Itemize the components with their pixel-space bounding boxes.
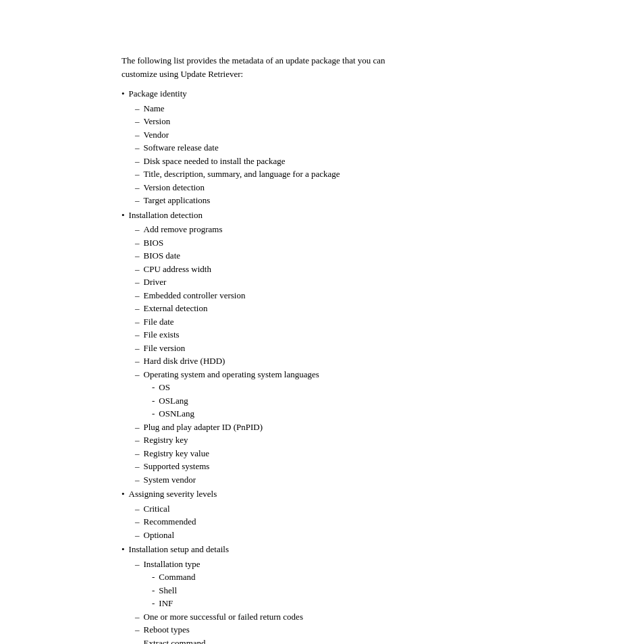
sub-row-2-0: –Critical — [135, 502, 522, 516]
dash-symbol-1-7: – — [135, 315, 140, 329]
dash-symbol-0-4: – — [135, 155, 140, 168]
sub-row-1-4: –Driver — [135, 275, 522, 289]
child-text-3-0-0: Command — [159, 570, 195, 584]
sub-row-1-0: –Add remove programs — [135, 223, 522, 236]
sub-row-0-3: –Software release date — [135, 141, 522, 155]
sub-row-3-0: –Installation type — [135, 558, 522, 571]
dash-symbol-0-1: – — [135, 115, 140, 128]
sub-item-3-2: –Reboot types — [122, 623, 522, 637]
dash-symbol-3-3: – — [135, 637, 140, 645]
dash-symbol-1-11: – — [135, 368, 140, 381]
bullet-symbol-3: • — [122, 543, 125, 556]
sub-list-3: –Installation type-Command-Shell-INF–One… — [122, 558, 522, 645]
sub-text-1-7: File date — [144, 315, 174, 329]
sub-row-1-5: –Embedded controller version — [135, 289, 522, 302]
sub-text-1-15: Supported systems — [144, 460, 210, 473]
sub-text-1-16: System vendor — [144, 473, 196, 487]
page: The following list provides the metadata… — [0, 0, 644, 644]
dash-symbol-0-6: – — [135, 181, 140, 194]
sub-item-0-4: –Disk space needed to install the packag… — [122, 155, 522, 168]
dot-symbol-3-0-1: - — [152, 584, 155, 597]
sub-sub-row-1-11-0: -OS — [152, 381, 522, 394]
sub-text-0-3: Software release date — [144, 141, 219, 155]
sub-row-0-5: –Title, description, summary, and langua… — [135, 167, 522, 181]
sub-text-0-6: Version detection — [144, 181, 205, 194]
sub-row-0-4: –Disk space needed to install the packag… — [135, 155, 522, 168]
intro-line1: The following list provides the metadata… — [122, 55, 385, 65]
dash-symbol-1-6: – — [135, 302, 140, 315]
dot-symbol-1-11-2: - — [152, 407, 155, 421]
sub-row-0-1: –Version — [135, 115, 522, 128]
sub-row-0-2: –Vendor — [135, 128, 522, 142]
sub-row-3-2: –Reboot types — [135, 623, 522, 637]
sub-item-2-0: –Critical — [122, 502, 522, 516]
dash-symbol-1-1: – — [135, 236, 140, 250]
sub-item-0-3: –Software release date — [122, 141, 522, 155]
sub-text-1-4: Driver — [144, 275, 167, 289]
sub-row-0-0: –Name — [135, 102, 522, 115]
sub-sub-item-3-0-1: -Shell — [122, 584, 522, 597]
sub-list-2: –Critical–Recommended–Optional — [122, 502, 522, 542]
sub-text-2-1: Recommended — [144, 515, 196, 529]
sub-text-0-2: Vendor — [144, 128, 169, 142]
sub-item-1-16: –System vendor — [122, 473, 522, 487]
sub-item-3-1: –One or more successful or failed return… — [122, 610, 522, 624]
dot-symbol-3-0-2: - — [152, 597, 155, 610]
sub-item-1-9: –File version — [122, 342, 522, 355]
section-item-2: •Assigning severity levels–Critical–Reco… — [122, 487, 522, 541]
dash-symbol-1-10: – — [135, 354, 140, 368]
dash-symbol-1-5: – — [135, 289, 140, 302]
bullet-row-1: •Installation detection — [122, 209, 522, 222]
sub-item-1-12: –Plug and play adapter ID (PnPID) — [122, 421, 522, 434]
sub-item-1-0: –Add remove programs — [122, 223, 522, 236]
sub-item-1-10: –Hard disk drive (HDD) — [122, 354, 522, 368]
sub-sub-list-1-11: -OS-OSLang-OSNLang — [122, 381, 522, 421]
sub-sub-item-3-0-2: -INF — [122, 597, 522, 610]
sub-row-3-1: –One or more successful or failed return… — [135, 610, 522, 624]
sub-row-1-8: –File exists — [135, 328, 522, 342]
sub-item-1-11: –Operating system and operating system l… — [122, 368, 522, 421]
sub-text-0-5: Title, description, summary, and languag… — [144, 167, 340, 181]
sub-sub-item-1-11-0: -OS — [122, 381, 522, 394]
dash-symbol-2-2: – — [135, 529, 140, 542]
sub-text-1-1: BIOS — [144, 236, 164, 250]
sub-row-1-7: –File date — [135, 315, 522, 329]
section-label-2: Assigning severity levels — [129, 487, 217, 501]
sub-row-1-9: –File version — [135, 342, 522, 355]
sub-text-1-12: Plug and play adapter ID (PnPID) — [144, 421, 263, 434]
bullet-row-2: •Assigning severity levels — [122, 487, 522, 501]
sub-item-0-1: –Version — [122, 115, 522, 128]
sub-text-1-10: Hard disk drive (HDD) — [144, 354, 225, 368]
sub-item-1-7: –File date — [122, 315, 522, 329]
sub-item-1-6: –External detection — [122, 302, 522, 315]
dash-symbol-0-7: – — [135, 194, 140, 207]
sub-sub-row-3-0-0: -Command — [152, 570, 522, 584]
section-label-3: Installation setup and details — [129, 543, 229, 556]
sub-item-1-8: –File exists — [122, 328, 522, 342]
sub-row-1-12: –Plug and play adapter ID (PnPID) — [135, 421, 522, 434]
sub-text-3-0: Installation type — [144, 558, 200, 571]
sub-text-1-14: Registry key value — [144, 447, 209, 460]
sub-text-1-8: File exists — [144, 328, 180, 342]
sub-item-3-0: –Installation type-Command-Shell-INF — [122, 558, 522, 610]
dash-symbol-1-0: – — [135, 223, 140, 236]
sub-row-1-3: –CPU address width — [135, 263, 522, 276]
dash-symbol-1-15: – — [135, 460, 140, 473]
sub-row-2-1: –Recommended — [135, 515, 522, 529]
child-text-1-11-1: OSLang — [159, 394, 188, 408]
dash-symbol-1-13: – — [135, 433, 140, 447]
sub-text-1-0: Add remove programs — [144, 223, 223, 236]
sub-sub-row-3-0-1: -Shell — [152, 584, 522, 597]
section-label-0: Package identity — [129, 87, 187, 101]
bullet-symbol-2: • — [122, 487, 125, 501]
sub-sub-row-3-0-2: -INF — [152, 597, 522, 610]
sub-row-0-7: –Target applications — [135, 194, 522, 207]
sub-text-3-1: One or more successful or failed return … — [144, 610, 303, 624]
sub-item-0-0: –Name — [122, 102, 522, 115]
sub-row-1-6: –External detection — [135, 302, 522, 315]
child-text-3-0-2: INF — [159, 597, 173, 610]
dash-symbol-0-2: – — [135, 128, 140, 142]
sub-row-1-15: –Supported systems — [135, 460, 522, 473]
sub-text-1-5: Embedded controller version — [144, 289, 246, 302]
sub-item-1-4: –Driver — [122, 275, 522, 289]
